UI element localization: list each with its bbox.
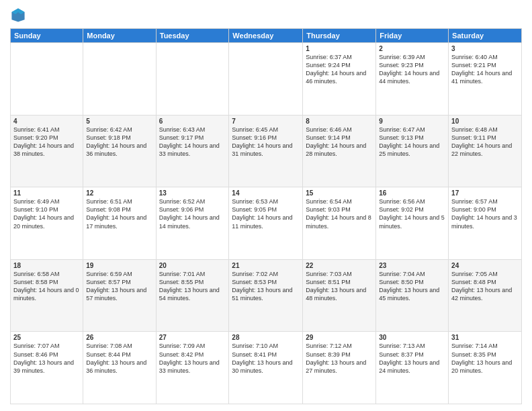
day-info: Sunrise: 6:53 AM Sunset: 9:05 PM Dayligh… — [232, 197, 300, 230]
calendar-cell: 9Sunrise: 6:47 AM Sunset: 9:13 PM Daylig… — [376, 115, 449, 187]
day-info: Sunrise: 6:54 AM Sunset: 9:03 PM Dayligh… — [306, 197, 373, 230]
day-number: 10 — [451, 118, 519, 125]
day-number: 14 — [232, 189, 300, 197]
day-info: Sunrise: 6:58 AM Sunset: 8:58 PM Dayligh… — [13, 270, 80, 303]
day-header-wednesday: Wednesday — [229, 29, 303, 43]
day-header-tuesday: Tuesday — [156, 29, 229, 43]
calendar-cell: 6Sunrise: 6:43 AM Sunset: 9:17 PM Daylig… — [156, 115, 229, 187]
calendar-cell: 16Sunrise: 6:56 AM Sunset: 9:02 PM Dayli… — [376, 187, 449, 260]
day-info: Sunrise: 7:02 AM Sunset: 8:53 PM Dayligh… — [232, 270, 300, 303]
day-info: Sunrise: 7:13 AM Sunset: 8:37 PM Dayligh… — [379, 342, 445, 375]
day-info: Sunrise: 7:14 AM Sunset: 8:35 PM Dayligh… — [451, 342, 519, 375]
day-info: Sunrise: 7:12 AM Sunset: 8:39 PM Dayligh… — [306, 342, 373, 375]
week-row-0: 1Sunrise: 6:37 AM Sunset: 9:24 PM Daylig… — [11, 43, 522, 116]
day-info: Sunrise: 6:37 AM Sunset: 9:24 PM Dayligh… — [306, 53, 373, 86]
day-info: Sunrise: 7:05 AM Sunset: 8:48 PM Dayligh… — [451, 270, 519, 303]
day-header-thursday: Thursday — [303, 29, 376, 43]
day-number: 29 — [306, 334, 373, 341]
day-header-friday: Friday — [376, 29, 449, 43]
week-row-3: 18Sunrise: 6:58 AM Sunset: 8:58 PM Dayli… — [11, 259, 522, 332]
day-number: 7 — [232, 118, 300, 125]
day-number: 17 — [451, 189, 519, 197]
calendar-cell: 14Sunrise: 6:53 AM Sunset: 9:05 PM Dayli… — [229, 187, 303, 260]
day-number: 16 — [379, 189, 445, 197]
day-info: Sunrise: 6:42 AM Sunset: 9:18 PM Dayligh… — [86, 126, 152, 158]
day-info: Sunrise: 6:51 AM Sunset: 9:08 PM Dayligh… — [86, 197, 152, 230]
day-info: Sunrise: 7:04 AM Sunset: 8:50 PM Dayligh… — [379, 270, 445, 303]
page: SundayMondayTuesdayWednesdayThursdayFrid… — [0, 0, 532, 411]
day-number: 13 — [159, 189, 226, 197]
calendar-cell: 17Sunrise: 6:57 AM Sunset: 9:00 PM Dayli… — [449, 187, 522, 260]
day-info: Sunrise: 6:59 AM Sunset: 8:57 PM Dayligh… — [86, 270, 152, 303]
calendar-cell: 25Sunrise: 7:07 AM Sunset: 8:46 PM Dayli… — [11, 332, 83, 404]
day-info: Sunrise: 7:08 AM Sunset: 8:44 PM Dayligh… — [86, 342, 152, 375]
day-number: 15 — [306, 189, 373, 197]
calendar-header-row: SundayMondayTuesdayWednesdayThursdayFrid… — [11, 29, 522, 43]
day-header-saturday: Saturday — [449, 29, 522, 43]
day-number: 4 — [13, 118, 80, 125]
week-row-1: 4Sunrise: 6:41 AM Sunset: 9:20 PM Daylig… — [11, 115, 522, 187]
day-number: 21 — [232, 262, 300, 269]
day-number: 27 — [159, 334, 226, 341]
calendar-cell: 5Sunrise: 6:42 AM Sunset: 9:18 PM Daylig… — [83, 115, 156, 187]
day-number: 30 — [379, 334, 445, 341]
day-info: Sunrise: 6:41 AM Sunset: 9:20 PM Dayligh… — [13, 126, 80, 158]
day-header-monday: Monday — [83, 29, 156, 43]
calendar-cell: 21Sunrise: 7:02 AM Sunset: 8:53 PM Dayli… — [229, 259, 303, 332]
day-number: 1 — [306, 45, 373, 52]
calendar-table: SundayMondayTuesdayWednesdayThursdayFrid… — [10, 28, 522, 404]
day-info: Sunrise: 6:39 AM Sunset: 9:23 PM Dayligh… — [379, 53, 445, 86]
day-number: 8 — [306, 118, 373, 125]
day-number: 9 — [379, 118, 445, 125]
day-info: Sunrise: 6:40 AM Sunset: 9:21 PM Dayligh… — [451, 53, 519, 86]
day-number: 18 — [13, 262, 80, 269]
calendar-cell: 12Sunrise: 6:51 AM Sunset: 9:08 PM Dayli… — [83, 187, 156, 260]
day-info: Sunrise: 6:49 AM Sunset: 9:10 PM Dayligh… — [13, 197, 80, 230]
day-number: 12 — [86, 189, 152, 197]
calendar-cell: 26Sunrise: 7:08 AM Sunset: 8:44 PM Dayli… — [83, 332, 156, 404]
day-number: 24 — [451, 262, 519, 269]
day-info: Sunrise: 6:48 AM Sunset: 9:11 PM Dayligh… — [451, 126, 519, 158]
calendar-cell: 23Sunrise: 7:04 AM Sunset: 8:50 PM Dayli… — [376, 259, 449, 332]
calendar-cell: 28Sunrise: 7:10 AM Sunset: 8:41 PM Dayli… — [229, 332, 303, 404]
day-number: 6 — [159, 118, 226, 125]
calendar-cell: 29Sunrise: 7:12 AM Sunset: 8:39 PM Dayli… — [303, 332, 376, 404]
day-number: 20 — [159, 262, 226, 269]
logo-icon — [10, 7, 26, 23]
day-number: 28 — [232, 334, 300, 341]
calendar-cell: 10Sunrise: 6:48 AM Sunset: 9:11 PM Dayli… — [449, 115, 522, 187]
week-row-4: 25Sunrise: 7:07 AM Sunset: 8:46 PM Dayli… — [11, 332, 522, 404]
calendar-cell — [156, 43, 229, 116]
calendar-cell — [229, 43, 303, 116]
calendar-cell: 11Sunrise: 6:49 AM Sunset: 9:10 PM Dayli… — [11, 187, 83, 260]
day-info: Sunrise: 6:45 AM Sunset: 9:16 PM Dayligh… — [232, 126, 300, 158]
calendar-cell: 15Sunrise: 6:54 AM Sunset: 9:03 PM Dayli… — [303, 187, 376, 260]
day-info: Sunrise: 6:52 AM Sunset: 9:06 PM Dayligh… — [159, 197, 226, 230]
day-info: Sunrise: 6:56 AM Sunset: 9:02 PM Dayligh… — [379, 197, 445, 230]
calendar-cell: 24Sunrise: 7:05 AM Sunset: 8:48 PM Dayli… — [449, 259, 522, 332]
day-number: 22 — [306, 262, 373, 269]
day-number: 11 — [13, 189, 80, 197]
day-info: Sunrise: 7:07 AM Sunset: 8:46 PM Dayligh… — [13, 342, 80, 375]
calendar-cell: 7Sunrise: 6:45 AM Sunset: 9:16 PM Daylig… — [229, 115, 303, 187]
day-info: Sunrise: 7:10 AM Sunset: 8:41 PM Dayligh… — [232, 342, 300, 375]
calendar-cell: 4Sunrise: 6:41 AM Sunset: 9:20 PM Daylig… — [11, 115, 83, 187]
week-row-2: 11Sunrise: 6:49 AM Sunset: 9:10 PM Dayli… — [11, 187, 522, 260]
calendar-cell: 27Sunrise: 7:09 AM Sunset: 8:42 PM Dayli… — [156, 332, 229, 404]
calendar-cell: 2Sunrise: 6:39 AM Sunset: 9:23 PM Daylig… — [376, 43, 449, 116]
calendar-cell: 31Sunrise: 7:14 AM Sunset: 8:35 PM Dayli… — [449, 332, 522, 404]
day-number: 2 — [379, 45, 445, 52]
logo — [10, 7, 29, 23]
calendar-cell: 18Sunrise: 6:58 AM Sunset: 8:58 PM Dayli… — [11, 259, 83, 332]
day-number: 26 — [86, 334, 152, 341]
day-info: Sunrise: 7:01 AM Sunset: 8:55 PM Dayligh… — [159, 270, 226, 303]
calendar-cell — [11, 43, 83, 116]
day-number: 23 — [379, 262, 445, 269]
day-info: Sunrise: 6:57 AM Sunset: 9:00 PM Dayligh… — [451, 197, 519, 230]
calendar-cell: 3Sunrise: 6:40 AM Sunset: 9:21 PM Daylig… — [449, 43, 522, 116]
day-info: Sunrise: 6:47 AM Sunset: 9:13 PM Dayligh… — [379, 126, 445, 158]
calendar-cell: 19Sunrise: 6:59 AM Sunset: 8:57 PM Dayli… — [83, 259, 156, 332]
calendar-cell: 20Sunrise: 7:01 AM Sunset: 8:55 PM Dayli… — [156, 259, 229, 332]
day-number: 5 — [86, 118, 152, 125]
calendar-cell: 8Sunrise: 6:46 AM Sunset: 9:14 PM Daylig… — [303, 115, 376, 187]
